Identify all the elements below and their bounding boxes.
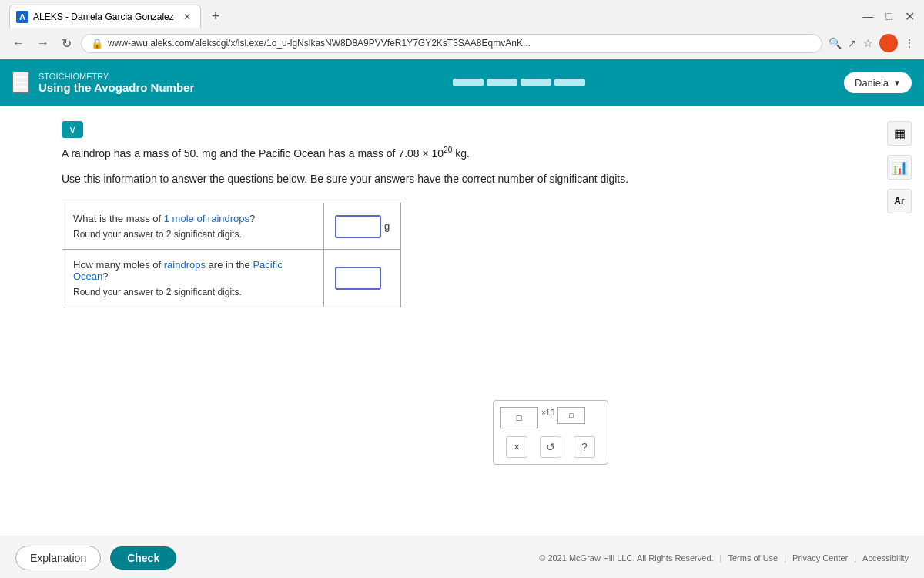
progress-pills	[453, 79, 585, 86]
progress-pill-2	[487, 79, 517, 86]
chevron-down-icon: ▼	[893, 79, 901, 87]
sci-popup-top: □ ×10 □	[500, 407, 601, 428]
question-cell-2: How many moles of raindrops are in the P…	[62, 250, 324, 307]
content-area: ▦ 📊 Ar ∨ A raindrop has a mass of 50. mg…	[0, 106, 924, 536]
user-name-label: Daniela	[855, 77, 889, 89]
address-bar: ← → ↻ 🔒 www-awu.aleks.com/alekscgi/x/lsl…	[0, 28, 924, 59]
app-container: ☰ STOICHIOMETRY Using the Avogadro Numbe…	[0, 59, 924, 578]
table-row: What is the mass of 1 mole of raindrops?…	[62, 203, 401, 250]
chart-tool[interactable]: 📊	[887, 155, 912, 180]
copyright-text: © 2021 McGraw Hill LLC. All Rights Reser…	[539, 553, 713, 563]
table-row: How many moles of raindrops are in the P…	[62, 250, 401, 307]
periodic-table-tool[interactable]: Ar	[887, 189, 912, 213]
new-tab-button[interactable]: +	[207, 7, 225, 26]
chevron-icon: ∨	[69, 123, 76, 136]
url-text: www-awu.aleks.com/alekscgi/x/lsl.exe/1o_…	[108, 38, 812, 49]
tab-close-icon[interactable]: ✕	[183, 12, 191, 22]
url-box[interactable]: 🔒 www-awu.aleks.com/alekscgi/x/lsl.exe/1…	[81, 34, 822, 53]
question-table: What is the mass of 1 mole of raindrops?…	[62, 203, 401, 307]
bottom-bar: Explanation Check © 2021 McGraw Hill LLC…	[0, 536, 924, 578]
problem-text: A raindrop has a mass of 50. mg and the …	[62, 144, 878, 162]
question-sublabel-1: Round your answer to 2 significant digit…	[73, 229, 313, 240]
forward-button[interactable]: →	[34, 35, 52, 52]
question-label-1: What is the mass of 1 mole of raindrops?	[73, 213, 313, 224]
window-controls: — □ ✕	[863, 9, 915, 24]
footer-text: © 2021 McGraw Hill LLC. All Rights Reser…	[539, 553, 909, 563]
sci-help-button[interactable]: ?	[574, 436, 595, 458]
accessibility-link[interactable]: Accessibility	[862, 553, 909, 563]
top-nav: ☰ STOICHIOMETRY Using the Avogadro Numbe…	[0, 59, 924, 106]
sci-mantissa-box[interactable]: □	[500, 407, 538, 428]
user-menu-button[interactable]: Daniela ▼	[844, 72, 912, 93]
nav-page-title: Using the Avogadro Number	[38, 81, 194, 94]
minimize-button[interactable]: —	[863, 10, 874, 22]
answer-input-wrap-1: g	[335, 215, 390, 238]
title-bar: A ALEKS - Daniela Garcia Gonzalez ✕ + — …	[0, 0, 924, 28]
answer-input-wrap-2	[335, 267, 390, 290]
sci-notation-popup: □ ×10 □ ×	[493, 400, 608, 465]
lock-icon: 🔒	[91, 38, 103, 49]
sci-popup-buttons: × ↺ ?	[500, 436, 601, 458]
sci-close-button[interactable]: ×	[506, 436, 527, 458]
progress-pill-1	[453, 79, 484, 86]
close-button[interactable]: ✕	[905, 9, 915, 24]
explanation-button[interactable]: Explanation	[15, 546, 101, 570]
question-sublabel-2: Round your answer to 2 significant digit…	[73, 287, 313, 297]
calculator-tool[interactable]: ▦	[887, 121, 912, 146]
browser-chrome: A ALEKS - Daniela Garcia Gonzalez ✕ + — …	[0, 0, 924, 59]
tab-title: ALEKS - Daniela Garcia Gonzalez	[33, 12, 174, 22]
back-button[interactable]: ←	[9, 35, 28, 52]
bookmark-icon[interactable]: ☆	[863, 37, 873, 49]
instruction-text: Use this information to answer the quest…	[62, 171, 878, 187]
question-label-2: How many moles of raindrops are in the P…	[73, 259, 313, 282]
profile-avatar[interactable]	[879, 34, 898, 52]
hamburger-menu[interactable]: ☰	[12, 72, 29, 93]
expand-button[interactable]: ∨	[62, 121, 83, 138]
sci-exponent-box[interactable]: □	[557, 407, 585, 424]
share-icon[interactable]: ↗	[848, 37, 857, 49]
answer-input-1[interactable]	[335, 215, 381, 238]
sci-mantissa-label: □	[517, 413, 522, 422]
reload-button[interactable]: ↻	[59, 35, 75, 52]
privacy-link[interactable]: Privacy Center	[792, 553, 848, 563]
check-button[interactable]: Check	[110, 546, 176, 570]
right-tools: ▦ 📊 Ar	[887, 121, 912, 213]
x10-label: ×10	[541, 408, 554, 417]
question-cell-1: What is the mass of 1 mole of raindrops?…	[62, 203, 324, 250]
active-tab[interactable]: A ALEKS - Daniela Garcia Gonzalez ✕	[9, 5, 201, 28]
title-bar-left: A ALEKS - Daniela Garcia Gonzalez ✕ +	[9, 5, 224, 28]
sci-undo-button[interactable]: ↺	[540, 436, 561, 458]
search-icon[interactable]: 🔍	[829, 37, 842, 49]
nav-title-block: STOICHIOMETRY Using the Avogadro Number	[38, 72, 194, 94]
sci-exponent-label: □	[569, 412, 573, 419]
menu-icon[interactable]: ⋮	[904, 37, 915, 49]
terms-link[interactable]: Terms of Use	[728, 553, 778, 563]
tab-favicon: A	[16, 11, 28, 23]
answer-input-2[interactable]	[335, 267, 381, 290]
address-bar-icons: 🔍 ↗ ☆ ⋮	[829, 34, 915, 52]
nav-section-label: STOICHIOMETRY	[38, 72, 194, 81]
unit-label-1: g	[384, 220, 390, 232]
progress-pill-3	[521, 79, 551, 86]
top-nav-left: ☰ STOICHIOMETRY Using the Avogadro Numbe…	[12, 72, 194, 94]
maximize-button[interactable]: □	[886, 10, 892, 22]
answer-cell-2	[324, 250, 401, 307]
answer-cell-1: g	[324, 203, 401, 250]
progress-pill-4	[554, 79, 585, 86]
